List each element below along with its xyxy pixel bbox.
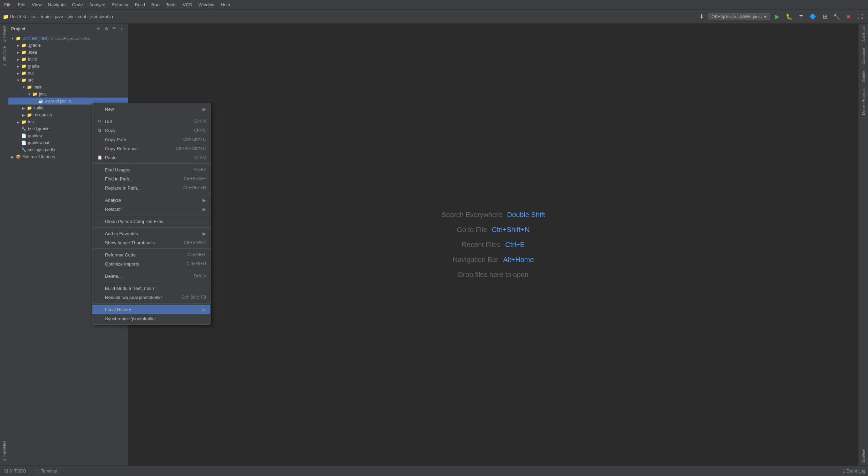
menu-refactor[interactable]: Refactor bbox=[109, 1, 131, 8]
build-button[interactable]: 🔨 bbox=[832, 12, 842, 22]
right-tab-sciview[interactable]: SciView bbox=[861, 446, 866, 466]
ctx-copy-path-shortcut: Ctrl+Shift+C bbox=[183, 137, 206, 142]
sdk-button[interactable]: 🔷 bbox=[808, 12, 818, 22]
menu-build[interactable]: Build bbox=[132, 1, 148, 8]
coverage-button[interactable]: ☂ bbox=[796, 12, 806, 22]
ctx-cut[interactable]: ✂ Cut Ctrl+X bbox=[92, 117, 210, 126]
breadcrumb-src[interactable]: src bbox=[30, 14, 36, 19]
ctx-rebuild[interactable]: Rebuild 'wu.seal.jsontokotlin' Ctrl+Shif… bbox=[92, 293, 210, 302]
gw-label: gradlew bbox=[28, 133, 43, 138]
ctx-copy-path[interactable]: Copy Path Ctrl+Shift+C bbox=[92, 135, 210, 144]
sync-icon[interactable]: ⟳ bbox=[95, 25, 102, 32]
menu-edit[interactable]: Edit bbox=[15, 1, 28, 8]
breadcrumb-main[interactable]: main bbox=[41, 14, 51, 19]
tree-root[interactable]: ▼ 📁 UnitTest [Test] D:\JavaProject\UnitT… bbox=[8, 35, 128, 42]
tree-item-idea[interactable]: ▶ 📁 .idea bbox=[8, 49, 128, 56]
ctx-optimize-imports[interactable]: Optimize Imports Ctrl+Alt+O bbox=[92, 259, 210, 268]
hint-recent-prefix: R bbox=[462, 241, 467, 248]
sidebar-tab-structure[interactable]: 2: Structure bbox=[1, 44, 7, 68]
menu-view[interactable]: View bbox=[29, 1, 44, 8]
ctx-findinpath-label: Find in Path... bbox=[105, 176, 178, 182]
ctx-reformat-code[interactable]: Reformat Code Ctrl+Alt+L bbox=[92, 250, 210, 259]
stop-button[interactable]: ■ bbox=[844, 12, 853, 22]
ctx-paste[interactable]: 📋 Paste Ctrl+V bbox=[92, 153, 210, 162]
ctx-sep-2 bbox=[92, 194, 210, 194]
layout-button[interactable]: ⊞ bbox=[820, 12, 830, 22]
breadcrumb-wu[interactable]: wu bbox=[68, 14, 74, 19]
tree-item-build[interactable]: ▶ 📁 build bbox=[8, 56, 128, 63]
ctx-find-in-path[interactable]: Find in Path... Ctrl+Shift+F bbox=[92, 174, 210, 183]
menu-help[interactable]: Help bbox=[218, 1, 233, 8]
event-log[interactable]: 1 Event Log bbox=[843, 469, 865, 474]
right-tab-database[interactable]: Database bbox=[861, 45, 866, 67]
sg-file-icon: 🔧 bbox=[21, 147, 26, 153]
ctx-show-thumbnails[interactable]: Show Image Thumbnails Ctrl+Shift+T bbox=[92, 238, 210, 247]
breadcrumb-seal[interactable]: seal bbox=[78, 14, 86, 19]
gw-arrow bbox=[15, 133, 21, 139]
gear-icon[interactable]: ☰ bbox=[111, 25, 117, 32]
tree-item-src[interactable]: ▼ 📁 src bbox=[8, 77, 128, 84]
menu-vcs[interactable]: VCS bbox=[180, 1, 195, 8]
menu-run[interactable]: Run bbox=[149, 1, 162, 8]
tree-item-gradle[interactable]: ▶ 📁 .gradle bbox=[8, 42, 128, 49]
right-tab-gradle[interactable]: Gradle bbox=[861, 68, 866, 85]
menu-code[interactable]: Code bbox=[69, 1, 86, 8]
breadcrumb-java[interactable]: java bbox=[55, 14, 63, 19]
gwb-label: gradlew.bat bbox=[28, 140, 49, 145]
ctx-fav-arrow: ▶ bbox=[203, 231, 206, 236]
bg-label: build.gradle bbox=[28, 126, 50, 131]
ctx-optimize-label: Optimize Imports bbox=[105, 261, 181, 267]
ctx-delete[interactable]: Delete... Delete bbox=[92, 271, 210, 281]
ctx-analyze[interactable]: Analyze ▶ bbox=[92, 195, 210, 205]
update-button[interactable]: ⬇ bbox=[696, 12, 706, 22]
tree-item-out[interactable]: ▶ 📁 out bbox=[8, 70, 128, 77]
ctx-copy-ref-shortcut: Ctrl+Alt+Shift+C bbox=[176, 146, 206, 151]
ctx-find-shortcut: Alt+F7 bbox=[194, 167, 206, 172]
debug-button[interactable]: 🐛 bbox=[784, 12, 794, 22]
sidebar-tab-favorites[interactable]: 2: Favorites bbox=[1, 439, 7, 463]
ctx-new[interactable]: New ▶ bbox=[92, 105, 210, 114]
gradle-folder-icon: 📁 bbox=[21, 43, 26, 48]
settings-icon[interactable]: ⚙ bbox=[103, 25, 110, 32]
ctx-findinpath-shortcut: Ctrl+Shift+F bbox=[184, 176, 206, 181]
bottom-tab-terminal[interactable]: ⬛ Terminal bbox=[33, 468, 58, 474]
menu-file[interactable]: File bbox=[1, 1, 14, 8]
tree-item-java[interactable]: ▼ 📂 java bbox=[8, 91, 128, 98]
test-arrow: ▶ bbox=[15, 119, 21, 125]
right-tab-maven[interactable]: Maven Projects bbox=[861, 86, 866, 118]
ctx-new-label: New bbox=[105, 107, 201, 112]
hint-search: Search Everywhere Double Shift bbox=[441, 211, 545, 219]
sidebar-tab-project[interactable]: 1: Project bbox=[1, 24, 7, 44]
ctx-build-module[interactable]: Build Module 'Test_main' bbox=[92, 284, 210, 293]
ctx-refactor[interactable]: Refactor ▶ bbox=[92, 205, 210, 214]
breadcrumb: 📁 UnitTest › src › main › java › wu › se… bbox=[3, 14, 113, 20]
run-button[interactable]: ▶ bbox=[772, 12, 782, 22]
menu-window[interactable]: Window bbox=[196, 1, 217, 8]
run-config[interactable]: OKHttpTest.testUrlRequest ▼ bbox=[708, 13, 770, 20]
menu-tools[interactable]: Tools bbox=[163, 1, 179, 8]
right-tab-ant[interactable]: Ant Build bbox=[861, 24, 866, 45]
breadcrumb-jsontokotlin[interactable]: jsontokotlin bbox=[90, 14, 113, 19]
ctx-new-arrow: ▶ bbox=[203, 107, 206, 112]
ctx-sep-0 bbox=[92, 115, 210, 115]
ctx-copy-reference[interactable]: Copy Reference Ctrl+Alt+Shift+C bbox=[92, 144, 210, 153]
fullscreen-button[interactable]: ⛶ bbox=[855, 12, 865, 22]
hide-icon[interactable]: × bbox=[118, 25, 125, 32]
ctx-local-history[interactable]: Local History ▶ bbox=[92, 305, 210, 314]
breadcrumb-project[interactable]: 📁 UnitTest bbox=[3, 14, 26, 20]
tree-item-main[interactable]: ▼ 📁 main bbox=[8, 84, 128, 91]
ctx-thumb-icon bbox=[97, 239, 103, 246]
ctx-add-favorites[interactable]: Add to Favorites ▶ bbox=[92, 229, 210, 238]
todo-icon: ☑ bbox=[4, 469, 8, 474]
menu-analyze[interactable]: Analyze bbox=[86, 1, 108, 8]
dropdown-icon: ▼ bbox=[763, 14, 767, 19]
ctx-synchronize[interactable]: Synchronize 'jsontokotlin' bbox=[92, 314, 210, 323]
ctx-replace-in-path[interactable]: Replace in Path... Ctrl+Shift+R bbox=[92, 183, 210, 192]
tree-item-gradle2[interactable]: ▶ 📁 gradle bbox=[8, 63, 128, 70]
ctx-find-usages[interactable]: Find Usages Alt+F7 bbox=[92, 165, 210, 174]
menu-navigate[interactable]: Navigate bbox=[45, 1, 68, 8]
bottom-tab-todo[interactable]: ☑ 6: TODO bbox=[3, 468, 28, 474]
ctx-clean-python[interactable]: Clean Python Compiled Files bbox=[92, 217, 210, 226]
ctx-localhistory-label: Local History bbox=[105, 307, 201, 312]
ctx-copy[interactable]: ⧉ Copy Ctrl+C bbox=[92, 126, 210, 135]
